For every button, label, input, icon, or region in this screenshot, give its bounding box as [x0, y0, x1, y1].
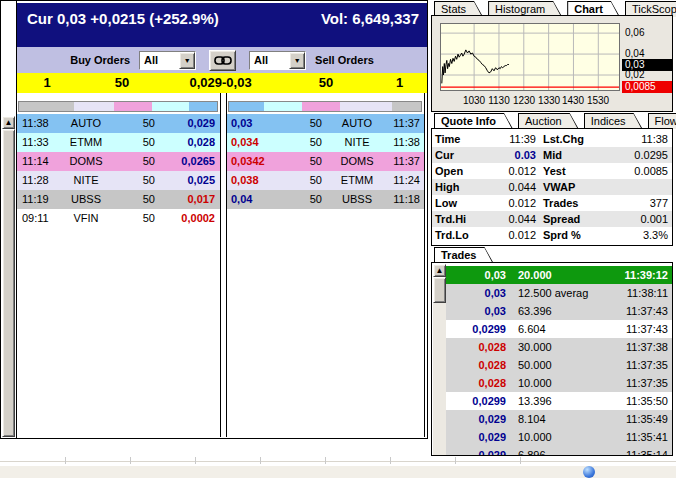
taskbar-app-icon[interactable]	[583, 466, 595, 478]
sell-order-row[interactable]: 0,03450NITE11:38	[227, 133, 424, 152]
sell-orders-column: 0,0350AUTO11:370,03450NITE11:380,034250D…	[226, 93, 425, 437]
sell-order-row[interactable]: 0,03850ETMM11:24	[227, 171, 424, 190]
order-time: 11:33	[17, 133, 57, 152]
scroll-up-icon[interactable]: ▲	[2, 116, 15, 129]
tab-auction[interactable]: Auction	[518, 113, 579, 129]
tab-label: Indices	[591, 115, 626, 127]
depth-segment-pink	[302, 102, 340, 111]
order-price: 0,028	[165, 133, 220, 152]
trade-price: 0,028	[446, 356, 512, 374]
trade-row[interactable]: 0,02996.60411:37:43	[446, 320, 672, 338]
trade-price: 0,028	[446, 374, 512, 392]
depth-segment-lavender	[340, 102, 392, 111]
quote-label: Spread	[540, 211, 598, 227]
link-markets-button[interactable]	[209, 50, 236, 71]
trade-row[interactable]: 0,0320.00011:39:12	[446, 266, 672, 284]
trade-quantity: 10.000	[512, 428, 600, 446]
buy-order-row[interactable]: 11:19UBSS500,017	[17, 190, 220, 209]
buy-filter-select[interactable]: All ▼	[139, 51, 196, 70]
volume-text: Vol: 6,649,337	[321, 10, 419, 47]
trade-time: 11:35:41	[600, 428, 672, 446]
trade-time: 11:35:14	[600, 446, 672, 456]
trade-row[interactable]: 0,0363.39611:37:43	[446, 302, 672, 320]
order-size: 50	[115, 171, 165, 190]
quote-label: Sprd %	[540, 227, 598, 243]
quote-label: Open	[432, 163, 482, 179]
trade-quantity: 63.396	[512, 302, 600, 320]
order-price: 0,034	[227, 133, 283, 152]
tab-label: TickScope	[632, 3, 676, 15]
trade-row[interactable]: 0,0312.500 averag11:38:11	[446, 284, 672, 302]
market-maker: NITE	[332, 133, 382, 152]
trade-row[interactable]: 0,02850.00011:37:35	[446, 356, 672, 374]
trading-app-window: { "colors": { "navy": "#10107e", "yellow…	[0, 0, 676, 478]
trade-row[interactable]: 0,0298.10411:35:49	[446, 410, 672, 428]
taskbar[interactable]	[0, 465, 676, 478]
quote-row: Time11:39Lst.Chg11:38	[432, 131, 672, 147]
buy-order-row[interactable]: 11:33ETMM500,028	[17, 133, 220, 152]
quote-label: Trd.Hi	[432, 211, 482, 227]
tab-indices[interactable]: Indices	[584, 113, 643, 129]
trade-row[interactable]: 0,02830.00011:37:38	[446, 338, 672, 356]
trade-price: 0,03	[446, 266, 512, 284]
order-time: 11:18	[382, 190, 424, 209]
quote-value: 11:38	[598, 131, 672, 147]
quote-label: Trd.Lo	[432, 227, 482, 243]
tab-face: Trades	[435, 248, 492, 263]
trade-price: 0,029	[446, 410, 512, 428]
taskbar-separator	[65, 457, 66, 464]
market-maker: UBSS	[57, 190, 115, 209]
tab-flow[interactable]: Flow	[648, 113, 676, 129]
book-scrollbar-thumb[interactable]	[2, 129, 15, 437]
tab-face: Flow	[649, 114, 676, 129]
tab-trades[interactable]: Trades	[434, 247, 493, 263]
buy-order-row[interactable]: 09:11VFIN500,0002	[17, 209, 220, 228]
tab-label: Auction	[525, 115, 562, 127]
trade-time: 11:37:43	[600, 302, 672, 320]
trade-row[interactable]: 0,02810.00011:37:35	[446, 374, 672, 392]
buy-order-row[interactable]: 11:14DOMS500,0265	[17, 152, 220, 171]
trades-scrollbar[interactable]: ▲	[433, 264, 446, 455]
quote-label: VWAP	[540, 179, 598, 195]
order-size: 50	[115, 133, 165, 152]
trade-price: 0,03	[446, 284, 512, 302]
trades-scrollbar-thumb[interactable]	[433, 277, 446, 303]
trade-row[interactable]: 0,0296.89611:35:14	[446, 446, 672, 456]
x-axis-label-1030: 1030	[460, 95, 488, 106]
order-time: 11:37	[382, 114, 424, 133]
trade-row[interactable]: 0,029913.39611:35:50	[446, 392, 672, 410]
trade-row[interactable]: 0,02910.00011:35:41	[446, 428, 672, 446]
quote-tabbar: Quote InfoAuctionIndicesFlow	[434, 113, 676, 129]
order-price: 0,029	[165, 114, 220, 133]
trade-time: 11:38:11	[600, 284, 672, 302]
tab-quote-info[interactable]: Quote Info	[434, 113, 513, 129]
market-maker: ETMM	[332, 171, 382, 190]
sell-order-row[interactable]: 0,034250DOMS11:37	[227, 152, 424, 171]
sell-filter-select[interactable]: All ▼	[249, 51, 306, 70]
trade-quantity: 20.000	[512, 266, 600, 284]
sell-order-row[interactable]: 0,0350AUTO11:37	[227, 114, 424, 133]
trade-time: 11:37:43	[600, 320, 672, 338]
quote-label: High	[432, 179, 482, 195]
order-time: 11:37	[382, 152, 424, 171]
book-scrollbar[interactable]: ▲	[2, 116, 15, 437]
taskbar-separator	[130, 457, 131, 464]
current-price-text: Cur 0,03 +0,0215 (+252.9%)	[27, 10, 219, 47]
chevron-down-icon[interactable]: ▼	[289, 52, 305, 69]
taskbar-separator	[260, 457, 261, 464]
sell-depth-bar	[228, 101, 422, 112]
market-maker: DOMS	[57, 152, 115, 171]
best-buy-price: 0,029	[167, 73, 222, 93]
sell-order-row[interactable]: 0,0450UBSS11:18	[227, 190, 424, 209]
best-sell-count: 1	[372, 73, 427, 93]
price-line-chart	[441, 24, 619, 90]
buy-order-row[interactable]: 11:28NITE500,025	[17, 171, 220, 190]
trade-quantity: 12.500 averag	[512, 284, 600, 302]
scroll-up-icon[interactable]: ▲	[433, 264, 446, 277]
trade-time: 11:37:35	[600, 374, 672, 392]
buy-order-row[interactable]: 11:38AUTO500,029	[17, 114, 220, 133]
chevron-down-icon[interactable]: ▼	[179, 52, 195, 69]
tab-label: Trades	[441, 249, 476, 261]
trade-time: 11:35:49	[600, 410, 672, 428]
quote-row: Low0.012Trades377	[432, 195, 672, 211]
